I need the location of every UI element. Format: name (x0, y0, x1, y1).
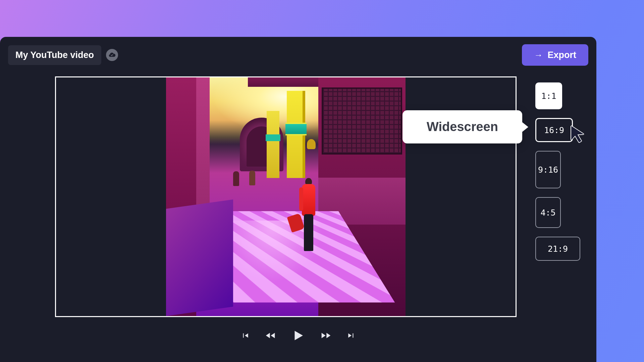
forward-icon (321, 330, 331, 341)
cloud-sync-icon (106, 49, 118, 61)
play-button[interactable] (291, 328, 305, 343)
project-title[interactable]: My YouTube video (8, 45, 101, 65)
header: My YouTube video → Export (8, 44, 588, 66)
rewind-icon (265, 330, 276, 341)
skip-start-button[interactable] (241, 331, 250, 340)
playback-controls (8, 328, 588, 343)
aspect-ratio-9-16[interactable]: 9:16 (535, 151, 561, 188)
export-button[interactable]: → Export (522, 44, 588, 66)
video-frame-image (166, 77, 406, 316)
aspect-ratio-tooltip: Widescreen (402, 110, 522, 143)
skip-end-button[interactable] (347, 331, 356, 340)
editor-app-window: My YouTube video → Export (0, 37, 596, 362)
skip-end-icon (347, 331, 356, 340)
aspect-ratio-21-9[interactable]: 21:9 (535, 237, 580, 261)
play-icon (291, 328, 305, 343)
aspect-ratio-16-9[interactable]: 16:9 (535, 118, 573, 142)
forward-button[interactable] (321, 330, 331, 341)
arrow-right-icon: → (534, 50, 543, 60)
aspect-ratio-1-1[interactable]: 1:1 (535, 82, 562, 109)
export-button-label: Export (547, 50, 576, 60)
aspect-ratio-panel: 1:116:99:164:521:9 (535, 76, 580, 261)
video-canvas[interactable]: Widescreen (55, 76, 517, 317)
aspect-ratio-4-5[interactable]: 4:5 (535, 197, 561, 228)
skip-start-icon (241, 331, 250, 340)
rewind-button[interactable] (265, 330, 276, 341)
